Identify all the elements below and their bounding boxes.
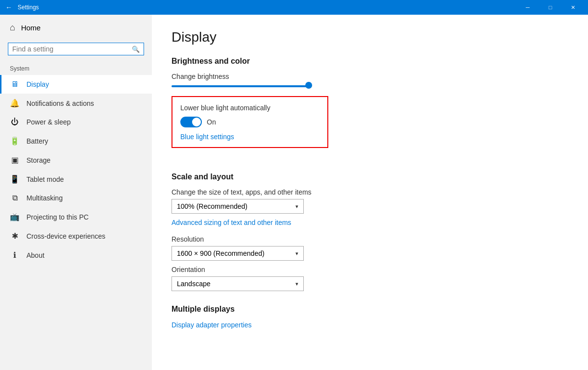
tablet-icon: 📱 [10, 174, 20, 184]
app-body: ⌂ Home 🔍 System 🖥 Display 🔔 Notification… [0, 15, 588, 370]
sidebar-label-power: Power & sleep [26, 118, 71, 126]
sidebar-label-projecting: Projecting to this PC [26, 213, 89, 221]
slider-thumb [305, 82, 312, 89]
blue-light-box: Lower blue light automatically On Blue l… [172, 96, 328, 148]
brightness-section-title: Brightness and color [172, 57, 568, 66]
multitasking-icon: ⧉ [10, 194, 20, 202]
titlebar-title: Settings [18, 4, 39, 11]
sidebar-item-power[interactable]: ⏻ Power & sleep [0, 113, 152, 131]
notifications-icon: 🔔 [10, 99, 20, 108]
brightness-slider[interactable] [172, 85, 309, 87]
sidebar-item-multitasking[interactable]: ⧉ Multitasking [0, 189, 152, 207]
back-button[interactable]: ← [4, 2, 14, 12]
display-icon: 🖥 [10, 80, 20, 89]
scale-section-title: Scale and layout [172, 173, 568, 181]
multiple-displays-title: Multiple displays [172, 305, 568, 314]
scale-layout-section: Scale and layout Change the size of text… [172, 173, 568, 291]
sidebar-label-display: Display [26, 80, 49, 88]
sidebar-item-display[interactable]: 🖥 Display [0, 75, 152, 94]
close-button[interactable]: ✕ [562, 0, 584, 15]
blue-light-title: Lower blue light automatically [180, 104, 319, 112]
brightness-label: Change brightness [172, 73, 568, 80]
content-area: Display Brightness and color Change brig… [152, 15, 588, 370]
search-box[interactable]: 🔍 [8, 43, 144, 55]
minimize-button[interactable]: ─ [516, 0, 539, 15]
sidebar-label-tablet: Tablet mode [26, 175, 64, 183]
brightness-section: Brightness and color Change brightness L… [172, 57, 568, 159]
toggle-thumb [192, 118, 201, 126]
cross-device-icon: ✱ [10, 231, 20, 241]
maximize-button[interactable]: □ [539, 0, 562, 15]
sidebar-item-storage[interactable]: ▣ Storage [0, 150, 152, 170]
scale-value: 100% (Recommended) [177, 202, 247, 210]
sidebar-label-notifications: Notifications & actions [26, 99, 94, 107]
display-adapter-link[interactable]: Display adapter properties [172, 321, 251, 329]
window-controls: ─ □ ✕ [516, 0, 584, 15]
power-icon: ⏻ [10, 118, 20, 126]
page-title: Display [172, 29, 568, 45]
sidebar-label-multitasking: Multitasking [26, 194, 63, 202]
blue-light-settings-link[interactable]: Blue light settings [180, 133, 234, 141]
sidebar-label-cross-device: Cross-device experiences [26, 232, 105, 240]
toggle-row: On [180, 117, 319, 127]
scale-dropdown[interactable]: 100% (Recommended) ▾ [172, 199, 304, 214]
search-input[interactable] [12, 45, 132, 53]
search-icon: 🔍 [132, 46, 140, 53]
storage-icon: ▣ [10, 155, 20, 165]
orientation-label: Orientation [172, 266, 568, 273]
scale-field-label: Change the size of text, apps, and other… [172, 188, 568, 196]
sidebar-item-tablet[interactable]: 📱 Tablet mode [0, 170, 152, 189]
resolution-label: Resolution [172, 235, 568, 243]
sidebar-label-battery: Battery [26, 137, 48, 145]
projecting-icon: 📺 [10, 212, 20, 222]
orientation-dropdown-arrow: ▾ [295, 281, 298, 287]
sidebar-label-about: About [26, 251, 45, 259]
system-label: System [0, 61, 152, 75]
sidebar-item-home[interactable]: ⌂ Home [0, 15, 152, 41]
orientation-value: Landscape [177, 280, 211, 288]
sidebar-item-projecting[interactable]: 📺 Projecting to this PC [0, 207, 152, 226]
home-label: Home [21, 24, 41, 32]
sidebar: ⌂ Home 🔍 System 🖥 Display 🔔 Notification… [0, 15, 152, 370]
resolution-value: 1600 × 900 (Recommended) [177, 249, 265, 257]
sidebar-item-cross-device[interactable]: ✱ Cross-device experiences [0, 226, 152, 246]
orientation-dropdown[interactable]: Landscape ▾ [172, 276, 304, 291]
home-icon: ⌂ [10, 23, 15, 33]
sidebar-item-notifications[interactable]: 🔔 Notifications & actions [0, 94, 152, 113]
multiple-displays-section: Multiple displays Display adapter proper… [172, 305, 568, 329]
resolution-dropdown[interactable]: 1600 × 900 (Recommended) ▾ [172, 246, 304, 261]
sidebar-label-storage: Storage [26, 156, 50, 164]
battery-icon: 🔋 [10, 136, 20, 146]
toggle-state-label: On [207, 118, 216, 126]
about-icon: ℹ [10, 250, 20, 260]
titlebar: ← Settings ─ □ ✕ [0, 0, 588, 15]
sidebar-item-battery[interactable]: 🔋 Battery [0, 131, 152, 150]
sidebar-item-about[interactable]: ℹ About [0, 246, 152, 265]
scale-dropdown-arrow: ▾ [295, 203, 298, 210]
brightness-slider-container [172, 85, 568, 87]
resolution-dropdown-arrow: ▾ [295, 250, 298, 257]
advanced-sizing-link[interactable]: Advanced sizing of text and other items [172, 219, 568, 226]
blue-light-toggle[interactable] [180, 117, 202, 127]
